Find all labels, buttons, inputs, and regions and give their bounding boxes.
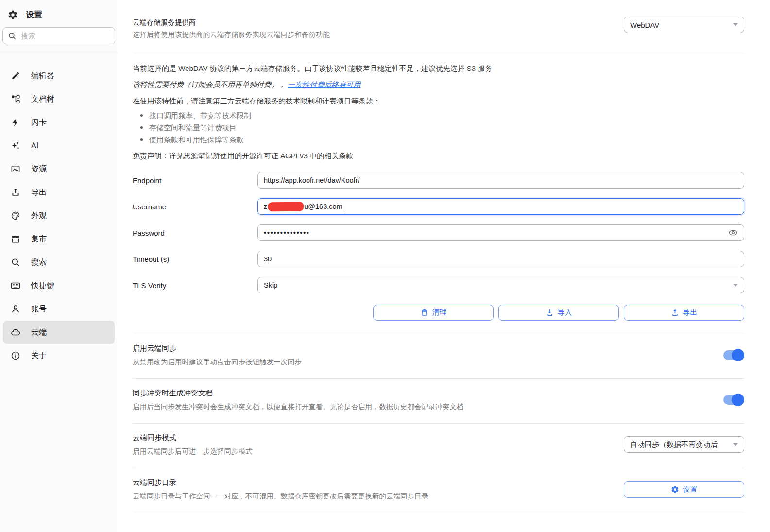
export-button[interactable]: 导出: [624, 305, 744, 321]
redaction-scribble: [268, 202, 304, 211]
row-title: 云端同步模式: [133, 431, 253, 445]
sync-dir-settings-label: 设置: [683, 485, 698, 494]
sidebar-header: 设置: [0, 6, 118, 23]
sidebar-item-label: 搜索: [31, 257, 47, 268]
sidebar-item-label: 闪卡: [31, 118, 47, 128]
notice-bullet: 存储空间和流量等计费项目: [133, 121, 744, 134]
sync-settings-list: 启用云端同步 从禁用改为启用时建议手动点击同步按钮触发一次同步 同步冲突时生成冲…: [133, 334, 744, 513]
sync-mode-row: 云端同步模式 启用云端同步后可进一步选择同步模式 自动同步（数据不再变动后: [133, 424, 744, 468]
provider-title: 云端存储服务提供商: [133, 17, 330, 28]
sync-mode-value: 自动同步（数据不再变动后: [630, 440, 730, 449]
endpoint-row: Endpoint: [133, 172, 744, 189]
notice-line1: 当前选择的是 WebDAV 协议的第三方云端存储服务。由于该协议性能较差且稳定性…: [133, 61, 744, 76]
username-label: Username: [133, 203, 257, 211]
conflict-doc-toggle[interactable]: [722, 394, 744, 406]
timeout-input[interactable]: [257, 251, 744, 267]
tls-verify-row: TLS Verify Skip: [133, 277, 744, 293]
endpoint-input[interactable]: [257, 172, 744, 189]
trash-icon: [420, 309, 428, 317]
tls-verify-select[interactable]: Skip: [257, 277, 744, 293]
toggle-knob: [732, 349, 744, 361]
enable-cloud-sync-toggle[interactable]: [722, 349, 744, 361]
sidebar-item-account[interactable]: 账号: [3, 297, 115, 321]
sync-dir-settings-button[interactable]: 设置: [624, 481, 744, 498]
lightning-icon: [11, 118, 20, 127]
username-input[interactable]: zu@163.com: [257, 198, 744, 215]
account-icon: [11, 304, 20, 314]
sidebar-item-label: 文档树: [31, 94, 54, 104]
sync-dir-row: 云端同步目录 云端同步目录与工作空间一一对应，不可混用。数据仓库密钥更改后需要更…: [133, 468, 744, 513]
provider-select[interactable]: WebDAV: [624, 17, 744, 33]
notice-line3: 在使用该特性前，请注意第三方云端存储服务的技术限制和计费项目等条款：: [133, 93, 744, 109]
sidebar-item-label: 云端: [31, 327, 47, 338]
sidebar-item-hotkeys[interactable]: 快捷键: [3, 274, 115, 297]
sync-mode-select[interactable]: 自动同步（数据不再变动后: [624, 436, 744, 453]
enable-cloud-sync-row: 启用云端同步 从禁用改为启用时建议手动点击同步按钮触发一次同步: [133, 334, 744, 379]
sidebar-item-assets[interactable]: 资源: [3, 157, 115, 181]
sidebar-item-doc-tree[interactable]: 文档树: [3, 87, 115, 111]
row-description: 启用后当同步发生冲突时会生成冲突文档，以便直接打开查看。无论是否启用，数据历史都…: [133, 400, 464, 413]
info-icon: [11, 351, 20, 360]
clean-button-label: 清理: [432, 308, 447, 317]
notice-bullet-list: 接口调用频率、带宽等技术限制 存储空间和流量等计费项目 使用条款和可用性保障等条…: [133, 109, 744, 146]
chevron-down-icon: [733, 23, 738, 26]
pencil-icon: [11, 71, 20, 81]
webdav-actions: 清理 导入 导出: [133, 305, 744, 321]
chevron-down-icon: [733, 443, 738, 446]
download-icon: [546, 309, 554, 317]
username-value-suffix: u@163.com: [304, 203, 342, 210]
search-icon: [11, 257, 20, 267]
notice-line2: 该特性需要付费（订阅会员不用再单独付费）， 一次性付费后终身可用: [133, 76, 744, 93]
conflict-doc-row: 同步冲突时生成冲突文档 启用后当同步发生冲突时会生成冲突文档，以便直接打开查看。…: [133, 379, 744, 424]
sidebar-item-export[interactable]: 导出: [3, 181, 115, 204]
sidebar-search-input[interactable]: [21, 32, 118, 40]
export-icon: [11, 188, 20, 197]
notice-bullet: 接口调用频率、带宽等技术限制: [133, 109, 744, 121]
sidebar-item-marketplace[interactable]: 集市: [3, 227, 115, 251]
row-description: 从禁用改为启用时建议手动点击同步按钮触发一次同步: [133, 355, 302, 369]
doc-tree-icon: [11, 94, 20, 104]
username-value-prefix: z: [264, 203, 267, 210]
sidebar-item-label: 集市: [31, 234, 47, 244]
row-description: 云端同步目录与工作空间一一对应，不可混用。数据仓库密钥更改后需要更换新的云端同步…: [133, 489, 428, 503]
sidebar-item-label: 账号: [31, 304, 47, 314]
chevron-down-icon: [733, 284, 738, 287]
sidebar-item-label: 快捷键: [31, 281, 54, 291]
sidebar-item-flashcard[interactable]: 闪卡: [3, 111, 115, 134]
eye-icon[interactable]: [728, 228, 738, 238]
cloud-settings-panel: 云端存储服务提供商 选择后将使用该提供商的云端存储服务实现云端同步和备份功能 W…: [118, 0, 770, 532]
sidebar-search-box[interactable]: [2, 27, 115, 44]
sidebar-item-about[interactable]: 关于: [3, 344, 115, 367]
settings-dialog: 设置 编辑器 文档树 闪卡 AI: [0, 0, 770, 532]
tls-verify-label: TLS Verify: [133, 281, 257, 290]
provider-select-value: WebDAV: [630, 21, 730, 29]
password-masked-value: ••••••••••••••: [264, 228, 728, 237]
settings-title: 设置: [26, 9, 42, 20]
import-button[interactable]: 导入: [498, 305, 619, 321]
sidebar-item-appearance[interactable]: 外观: [3, 204, 115, 227]
provider-section: 云端存储服务提供商 选择后将使用该提供商的云端存储服务实现云端同步和备份功能 W…: [133, 17, 744, 41]
username-row: Username zu@163.com: [133, 198, 744, 215]
sidebar-item-cloud[interactable]: 云端: [3, 321, 115, 344]
row-title: 云端同步目录: [133, 476, 428, 489]
sidebar-divider: [0, 53, 118, 53]
endpoint-label: Endpoint: [133, 176, 257, 185]
sidebar-item-ai[interactable]: AI: [3, 134, 115, 157]
timeout-label: Timeout (s): [133, 255, 257, 263]
notice-line2-text: 该特性需要付费（订阅会员不用再单独付费），: [133, 80, 288, 88]
sidebar-item-label: 编辑器: [31, 71, 54, 81]
sidebar-item-search[interactable]: 搜索: [3, 251, 115, 274]
lifetime-license-link[interactable]: 一次性付费后终身可用: [288, 80, 360, 88]
sidebar-item-label: 导出: [31, 188, 47, 198]
sparkles-icon: [11, 141, 20, 151]
row-title: 同步冲突时生成冲突文档: [133, 386, 464, 400]
palette-icon: [11, 211, 20, 221]
sidebar-item-editor[interactable]: 编辑器: [3, 64, 115, 87]
timeout-row: Timeout (s): [133, 251, 744, 267]
notice-disclaimer: 免责声明：详见思源笔记所使用的开源许可证 AGPLv3 中的相关条款: [133, 149, 744, 163]
notice-bullet: 使用条款和可用性保障等条款: [133, 134, 744, 146]
gear-icon: [671, 485, 679, 494]
clean-button[interactable]: 清理: [373, 305, 494, 321]
provider-description: 选择后将使用该提供商的云端存储服务实现云端同步和备份功能: [133, 28, 330, 41]
password-input[interactable]: ••••••••••••••: [257, 224, 744, 241]
